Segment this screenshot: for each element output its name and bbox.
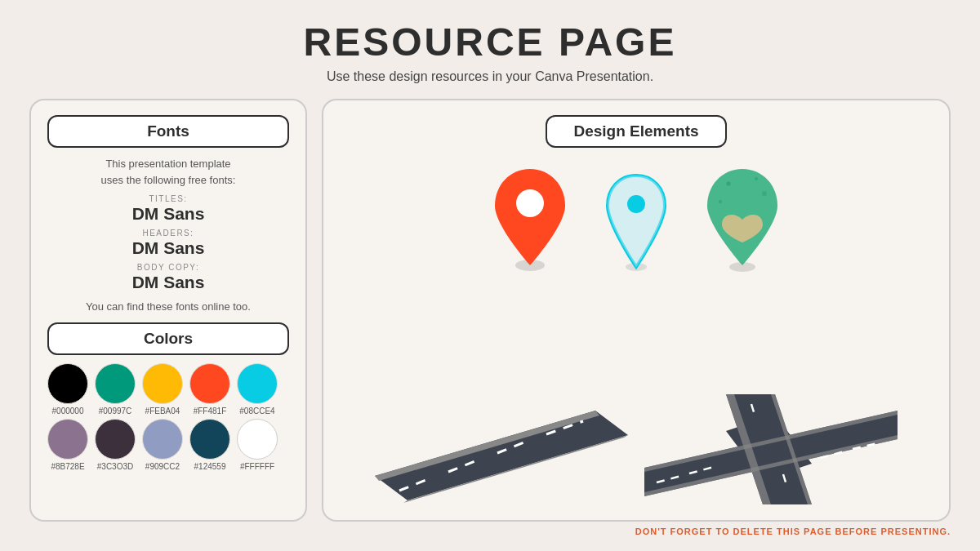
color-navy: #124559 [189,419,230,471]
swatch-slate [142,419,183,460]
pins-row [485,161,787,275]
swatch-teal [95,363,136,404]
straight-road-icon [375,386,628,509]
svg-point-3 [627,195,645,213]
font-body: BODY COPY: DM Sans [47,263,289,292]
color-row-2: #8B728E #3C3O3D #909CC2 #124559 [47,419,289,471]
font-headers: HEADERS: DM Sans [47,229,289,258]
swatch-cyan [237,363,278,404]
swatch-orange [189,363,230,404]
teal-pin-icon [599,169,673,275]
red-pin-icon [485,161,575,275]
svg-point-8 [719,200,722,203]
elements-area [343,161,929,509]
swatch-mauve [47,419,88,460]
svg-point-1 [516,189,544,217]
color-slate: #909CC2 [142,419,183,471]
footer-note: DON'T FORGET TO DELETE THIS PAGE BEFORE … [29,527,951,536]
left-panel: Fonts This presentation template uses th… [29,99,307,522]
colors-section: Colors #000000 #00997C #FEBA04 [47,322,289,474]
color-mauve: #8B728E [47,419,88,471]
swatch-white [237,419,278,460]
color-teal: #00997C [95,363,136,415]
svg-point-6 [755,177,758,180]
crossroads-icon [644,386,898,509]
color-cyan: #08CCE4 [237,363,278,415]
swatch-dark [95,419,136,460]
page-title: RESOURCE PAGE [304,20,677,64]
page-subtitle: Use these design resources in your Canva… [327,69,653,84]
svg-point-7 [762,191,767,196]
color-yellow: #FEBA04 [142,363,183,415]
green-heart-pin-icon [697,161,787,275]
colors-label: Colors [47,322,289,355]
fonts-label: Fonts [47,115,289,148]
svg-point-5 [727,182,731,186]
swatch-navy [189,419,230,460]
svg-marker-9 [375,411,628,500]
color-dark: #3C3O3D [95,419,136,471]
design-elements-label: Design Elements [546,115,726,148]
right-panel: Design Elements [322,99,951,522]
swatch-black [47,363,88,404]
color-row-1: #000000 #00997C #FEBA04 #FF481F [47,363,289,415]
font-titles: TITLES: DM Sans [47,194,289,224]
color-orange: #FF481F [189,363,230,415]
roads-row [375,386,898,509]
fonts-description: This presentation template uses the foll… [47,156,289,188]
page-wrapper: RESOURCE PAGE Use these design resources… [0,0,980,551]
main-row: Fonts This presentation template uses th… [29,99,951,522]
color-white: #FFFFFF [237,419,278,471]
fonts-online-note: You can find these fonts online too. [47,300,289,313]
swatch-yellow [142,363,183,404]
color-black: #000000 [47,363,88,415]
